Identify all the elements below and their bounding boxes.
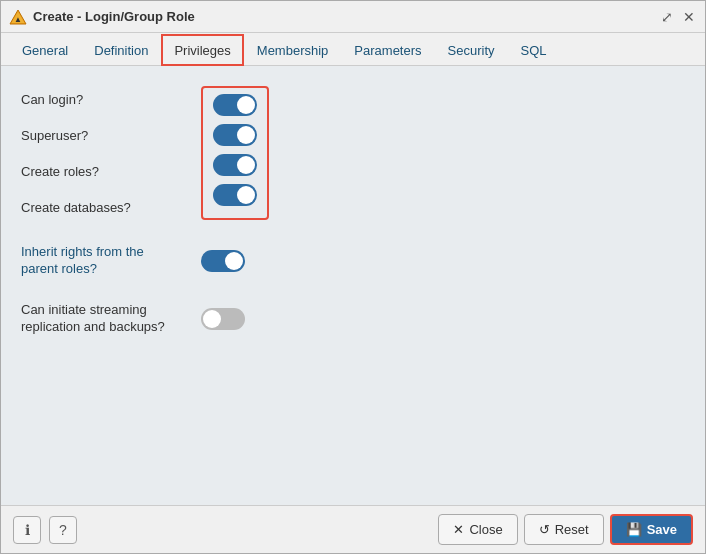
inherit-rights-row: Inherit rights from the parent roles?	[21, 244, 685, 278]
highlighted-toggle-group	[201, 86, 269, 220]
tab-security[interactable]: Security	[435, 34, 508, 66]
inherit-rights-label: Inherit rights from the parent roles?	[21, 244, 181, 278]
help-icon: ?	[59, 522, 67, 538]
titlebar-controls: ⤢ ✕	[659, 8, 697, 26]
tab-general[interactable]: General	[9, 34, 81, 66]
can-login-toggle[interactable]	[213, 94, 257, 116]
privilege-section: Can login? Superuser? Create roles? Crea…	[21, 86, 685, 336]
tab-definition[interactable]: Definition	[81, 34, 161, 66]
tab-parameters[interactable]: Parameters	[341, 34, 434, 66]
superuser-label: Superuser?	[21, 122, 181, 148]
save-label: Save	[647, 522, 677, 537]
tab-membership[interactable]: Membership	[244, 34, 342, 66]
reset-label: Reset	[555, 522, 589, 537]
inherit-rights-toggle[interactable]	[201, 250, 245, 272]
help-button[interactable]: ?	[49, 516, 77, 544]
can-login-label: Can login?	[21, 86, 181, 112]
titlebar: ▲ Create - Login/Group Role ⤢ ✕	[1, 1, 705, 33]
superuser-toggle[interactable]	[213, 124, 257, 146]
close-button[interactable]: ✕ Close	[438, 514, 517, 545]
reset-button[interactable]: ↺ Reset	[524, 514, 604, 545]
create-databases-label: Create databases?	[21, 194, 181, 220]
window-title: Create - Login/Group Role	[33, 9, 195, 24]
create-roles-toggle[interactable]	[213, 154, 257, 176]
footer-right: ✕ Close ↺ Reset 💾 Save	[438, 514, 693, 545]
tab-bar: General Definition Privileges Membership…	[1, 33, 705, 66]
maximize-button[interactable]: ⤢	[659, 8, 675, 26]
svg-text:▲: ▲	[14, 15, 22, 24]
info-icon: ℹ	[25, 522, 30, 538]
create-databases-toggle[interactable]	[213, 184, 257, 206]
streaming-replication-label: Can initiate streaming replication and b…	[21, 302, 181, 336]
footer: ℹ ? ✕ Close ↺ Reset 💾 Save	[1, 505, 705, 553]
save-button[interactable]: 💾 Save	[610, 514, 693, 545]
titlebar-left: ▲ Create - Login/Group Role	[9, 8, 195, 26]
pgadmin-icon: ▲	[9, 8, 27, 26]
highlighted-rows: Can login? Superuser? Create roles? Crea…	[21, 86, 685, 220]
tab-privileges[interactable]: Privileges	[161, 34, 243, 66]
close-icon: ✕	[453, 522, 464, 537]
save-icon: 💾	[626, 522, 642, 537]
close-window-button[interactable]: ✕	[681, 8, 697, 26]
highlighted-labels: Can login? Superuser? Create roles? Crea…	[21, 86, 181, 220]
close-label: Close	[469, 522, 502, 537]
streaming-replication-row: Can initiate streaming replication and b…	[21, 302, 685, 336]
create-roles-label: Create roles?	[21, 158, 181, 184]
footer-left: ℹ ?	[13, 516, 77, 544]
main-window: ▲ Create - Login/Group Role ⤢ ✕ General …	[0, 0, 706, 554]
tab-sql[interactable]: SQL	[508, 34, 560, 66]
info-button[interactable]: ℹ	[13, 516, 41, 544]
reset-icon: ↺	[539, 522, 550, 537]
content-area: Can login? Superuser? Create roles? Crea…	[1, 66, 705, 505]
streaming-replication-toggle[interactable]	[201, 308, 245, 330]
